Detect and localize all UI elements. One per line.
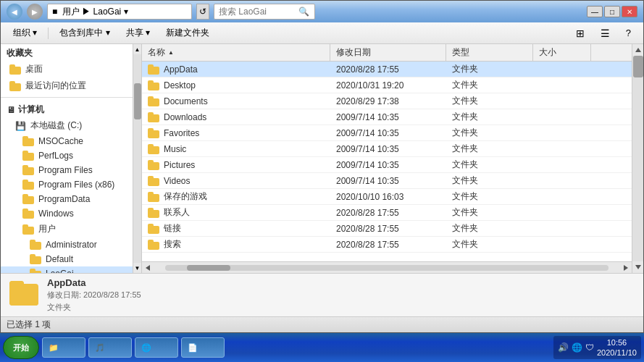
toolbar-separator xyxy=(48,28,49,39)
table-row[interactable]: Documents 2020/8/29 17:38 文件夹 xyxy=(142,93,632,109)
file-list[interactable]: AppData 2020/8/28 17:55 文件夹 Desktop 2020… xyxy=(142,62,632,261)
file-name-text: Documents xyxy=(164,96,208,106)
back-button[interactable]: ◀ xyxy=(7,4,22,20)
default-icon xyxy=(30,254,41,264)
file-date: 2009/7/14 10:35 xyxy=(330,112,446,122)
windows-icon xyxy=(22,209,34,219)
hscroll-right-button[interactable] xyxy=(620,262,632,274)
file-date: 2020/8/28 17:55 xyxy=(330,240,446,250)
sidebar-scroll-area[interactable]: 收藏夹 桌面 最近访问的位置 xyxy=(1,44,133,273)
content-scroll-thumb[interactable] xyxy=(633,56,643,77)
administrator-icon xyxy=(30,240,41,250)
taskbar-folder-icon: 📁 xyxy=(49,343,59,353)
sidebar-item-c-drive[interactable]: 💾 本地磁盘 (C:) xyxy=(1,117,133,134)
file-type: 文件夹 xyxy=(446,222,533,235)
view-grid-button[interactable]: ⊞ xyxy=(569,25,591,41)
sidebar-item-laogai[interactable]: LaoGai xyxy=(1,266,133,273)
refresh-button[interactable]: ↺ xyxy=(196,4,209,20)
header-size[interactable]: 大小 xyxy=(533,44,591,61)
taskbar-app-folder[interactable]: 📁 xyxy=(42,337,85,358)
taskbar-app-browser[interactable]: 🌐 xyxy=(135,337,178,358)
maximize-button[interactable]: □ xyxy=(604,6,620,17)
table-row[interactable]: 保存的游戏 2020/10/10 16:03 文件夹 xyxy=(142,189,632,205)
file-name-text: 搜索 xyxy=(164,238,181,251)
taskbar-app-music[interactable]: 🎵 xyxy=(88,337,132,358)
file-name: 链接 xyxy=(142,222,330,235)
header-name[interactable]: 名称 ▲ xyxy=(142,44,330,61)
sidebar-item-perflogs[interactable]: PerfLogs xyxy=(1,148,133,163)
computer-label: 计算机 xyxy=(18,104,44,116)
file-name: 联系人 xyxy=(142,206,330,219)
close-button[interactable]: ✕ xyxy=(622,6,637,17)
table-row[interactable]: 搜索 2020/8/28 17:55 文件夹 xyxy=(142,237,632,253)
file-type: 文件夹 xyxy=(446,190,533,203)
preview-pane: AppData 修改日期: 2020/8/28 17:55 文件夹 xyxy=(1,273,643,316)
users-icon xyxy=(22,224,34,235)
horizontal-scrollbar[interactable] xyxy=(142,261,632,273)
header-type[interactable]: 类型 xyxy=(446,44,533,61)
sidebar-scroll-thumb[interactable] xyxy=(134,83,141,119)
search-input[interactable] xyxy=(219,7,298,17)
table-row[interactable]: Videos 2009/7/14 10:35 文件夹 xyxy=(142,173,632,189)
sidebar-vscrollbar[interactable]: ▲ ▼ xyxy=(133,44,141,273)
help-button[interactable]: ? xyxy=(619,25,637,41)
hscroll-left-button[interactable] xyxy=(142,262,154,274)
sidebar-item-default[interactable]: Default xyxy=(1,252,133,266)
sidebar-item-recent[interactable]: 最近访问的位置 xyxy=(1,77,133,94)
search-box[interactable]: 🔍 xyxy=(214,4,315,20)
sidebar-item-program-files[interactable]: Program Files xyxy=(1,163,133,177)
file-name: 保存的游戏 xyxy=(142,190,330,203)
folder-icon xyxy=(148,224,159,234)
table-row[interactable]: Downloads 2009/7/14 10:35 文件夹 xyxy=(142,109,632,125)
content-scroll-down[interactable] xyxy=(632,261,643,273)
clock-date: 2020/11/10 xyxy=(597,348,637,358)
table-row[interactable]: 链接 2020/8/28 17:55 文件夹 xyxy=(142,221,632,237)
taskbar-app-doc[interactable]: 📄 xyxy=(181,337,225,358)
sidebar-item-users[interactable]: 用户 xyxy=(1,221,133,237)
table-row[interactable]: Desktop 2020/10/31 19:20 文件夹 xyxy=(142,77,632,93)
sidebar-item-administrator[interactable]: Administrator xyxy=(1,237,133,252)
organize-button[interactable]: 组织 ▾ xyxy=(7,25,43,41)
file-date: 2020/8/28 17:55 xyxy=(330,208,446,218)
new-folder-button[interactable]: 新建文件夹 xyxy=(159,25,216,41)
sidebar-scroll-down[interactable]: ▼ xyxy=(133,263,141,273)
sidebar-item-msocache[interactable]: MSOCache xyxy=(1,134,133,148)
include-library-button[interactable]: 包含到库中 ▾ xyxy=(53,25,116,41)
hscroll-thumb[interactable] xyxy=(187,265,230,271)
sidebar-item-desktop[interactable]: 桌面 xyxy=(1,61,133,77)
table-row[interactable]: AppData 2020/8/28 17:55 文件夹 xyxy=(142,62,632,77)
folder-icon xyxy=(148,128,159,138)
forward-button[interactable]: ▶ xyxy=(27,4,43,20)
file-date: 2009/7/14 10:35 xyxy=(330,176,446,186)
folder-icon xyxy=(148,112,159,122)
sidebar-item-program-files-x86[interactable]: Program Files (x86) xyxy=(1,177,133,192)
content-scroll-up[interactable] xyxy=(632,44,643,56)
header-date[interactable]: 修改日期 xyxy=(330,44,446,61)
file-date: 2020/10/31 19:20 xyxy=(330,80,446,90)
file-type: 文件夹 xyxy=(446,79,533,91)
hscroll-track xyxy=(165,265,609,271)
folder-icon xyxy=(148,176,159,186)
sidebar-item-programdata[interactable]: ProgramData xyxy=(1,192,133,206)
breadcrumb[interactable]: ■ 用户 ▶ LaoGai ▾ xyxy=(47,4,192,20)
share-button[interactable]: 共享 ▾ xyxy=(120,25,156,41)
sidebar-item-windows[interactable]: Windows xyxy=(1,206,133,221)
table-row[interactable]: Pictures 2009/7/14 10:35 文件夹 xyxy=(142,157,632,173)
view-list-button[interactable]: ☰ xyxy=(594,25,616,41)
table-row[interactable]: Favorites 2009/7/14 10:35 文件夹 xyxy=(142,125,632,141)
start-button[interactable]: 开始 xyxy=(3,336,39,359)
sidebar-scroll-up[interactable]: ▲ xyxy=(133,44,141,54)
folder-icon xyxy=(148,144,159,154)
file-type: 文件夹 xyxy=(446,238,533,251)
table-row[interactable]: Music 2009/7/14 10:35 文件夹 xyxy=(142,141,632,157)
folder-icon xyxy=(148,192,159,202)
minimize-button[interactable]: — xyxy=(587,6,603,17)
clock: 10:56 2020/11/10 xyxy=(597,337,637,358)
file-name: Music xyxy=(142,144,330,154)
computer-group: 🖥 计算机 xyxy=(1,101,133,117)
file-name: 搜索 xyxy=(142,238,330,251)
table-row[interactable]: 联系人 2020/8/28 17:55 文件夹 xyxy=(142,205,632,221)
content-vscrollbar[interactable] xyxy=(632,44,643,273)
preview-meta2: 文件夹 xyxy=(47,302,141,313)
file-name-text: 链接 xyxy=(164,222,181,235)
